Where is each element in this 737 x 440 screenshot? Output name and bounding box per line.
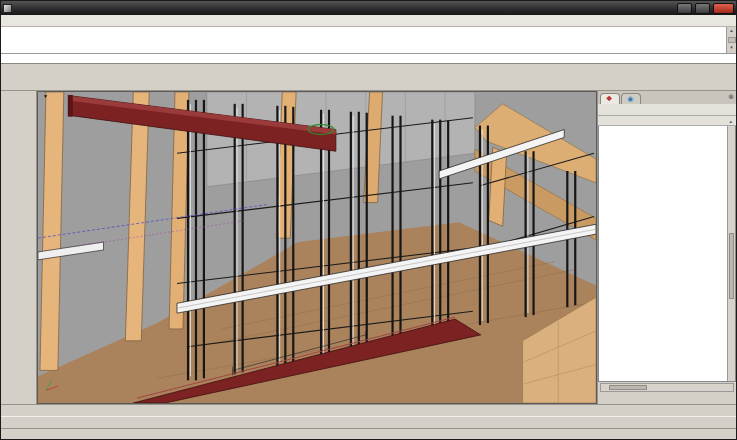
layer-list-vscrollbar[interactable] (727, 126, 735, 381)
layers-toolbar (598, 104, 736, 116)
scroll-down-icon[interactable]: ▼ (729, 44, 733, 53)
viewport-title[interactable]: ▼ (41, 93, 48, 99)
layers-tab-icon: ❖ (606, 95, 612, 103)
maximize-button[interactable] (695, 3, 710, 14)
viewport-perspective[interactable]: ▼ (37, 91, 597, 404)
left-tool-palette (1, 91, 37, 404)
command-history-scrollbar[interactable]: ▲ ▼ (726, 27, 736, 53)
menu-bar (1, 15, 736, 27)
standard-toolbar (1, 75, 736, 91)
minimize-button[interactable] (677, 3, 692, 14)
toolbar-tab-strip (1, 64, 736, 75)
app-icon (3, 4, 12, 13)
status-bar (1, 428, 736, 439)
layer-name-header[interactable]: ▴ (598, 116, 736, 126)
panel-footer (598, 393, 736, 404)
scrollbar-thumb[interactable] (729, 233, 734, 299)
chevron-down-icon: ▼ (43, 93, 48, 99)
command-history[interactable]: ▲ ▼ (1, 27, 736, 54)
scrollbar-thumb[interactable] (728, 37, 736, 44)
header-sort-icon[interactable]: ▴ (729, 118, 732, 124)
tab-properties[interactable]: ◉ (621, 93, 641, 104)
viewport-canvas[interactable] (38, 92, 596, 403)
scrollbar-thumb[interactable] (609, 385, 647, 390)
scroll-up-icon[interactable]: ▲ (729, 27, 733, 36)
title-bar (1, 1, 736, 15)
layer-list-hscrollbar[interactable] (600, 383, 734, 392)
viewport-tab-bar (1, 404, 736, 416)
tab-layers[interactable]: ❖ (600, 93, 620, 104)
panel-menu-icon[interactable]: ⊗ (728, 93, 734, 101)
layers-panel: ❖ ◉ ⊗ ▴ (597, 91, 736, 404)
close-button[interactable] (713, 3, 734, 14)
rhino-window: ▲ ▼ ▼ (0, 0, 737, 440)
command-prompt[interactable] (1, 54, 736, 64)
osnap-bar (1, 416, 736, 428)
properties-tab-icon: ◉ (627, 95, 633, 103)
layer-list (598, 126, 736, 382)
panel-tabs: ❖ ◉ ⊗ (598, 91, 736, 104)
